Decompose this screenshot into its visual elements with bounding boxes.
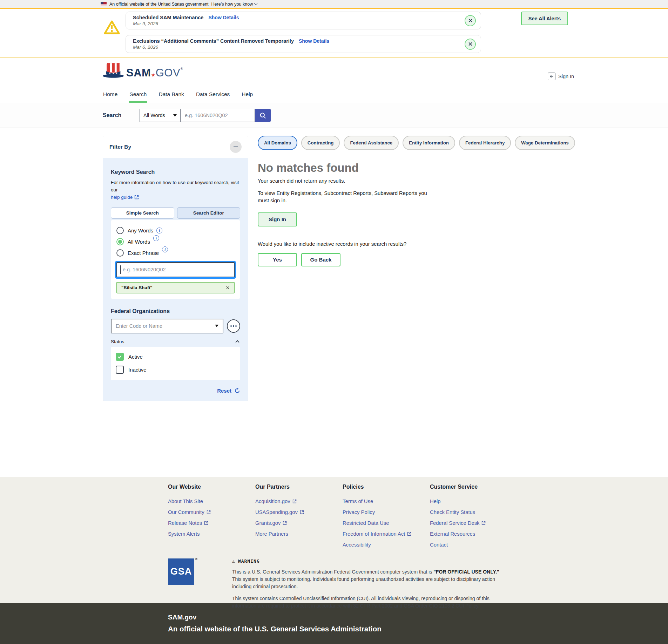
logo-wordmark: SAM★GOV®: [126, 67, 183, 78]
close-icon: [468, 42, 473, 46]
inactive-records-question: Would you like to include inactive recor…: [258, 241, 545, 247]
search-strip: Search All Words: [0, 103, 668, 128]
tab-simple-search[interactable]: Simple Search: [111, 207, 174, 219]
chip-remove-button[interactable]: [226, 286, 230, 290]
federal-org-more-button[interactable]: [227, 319, 240, 333]
filter-panel: Filter By Keyword Search For more inform…: [103, 136, 248, 401]
footer-link-restricted-data-use[interactable]: Restricted Data Use: [343, 517, 430, 528]
uncle-sam-hat-icon: [102, 62, 124, 78]
sam-gov-logo[interactable]: SAM★GOV®: [102, 62, 183, 78]
global-search-input[interactable]: [181, 109, 255, 122]
search-mode-select[interactable]: All Words: [140, 109, 181, 122]
results-area: All Domains Contracting Federal Assistan…: [258, 136, 545, 266]
external-link-icon: [292, 499, 297, 503]
nav-item-help[interactable]: Help: [241, 87, 254, 103]
close-icon: [468, 18, 473, 23]
domain-pill-all-domains[interactable]: All Domains: [258, 136, 297, 150]
sign-in-button[interactable]: Sign In: [258, 212, 297, 226]
checkbox-checked-icon[interactable]: [116, 353, 124, 361]
status-section-toggle[interactable]: Status: [111, 339, 240, 344]
alert-title: Scheduled SAM Maintenance: [133, 15, 203, 20]
footer-link-external-resources[interactable]: External Resources: [430, 528, 517, 539]
search-submit-button[interactable]: [255, 109, 271, 122]
footer-column-policies: Policies Terms of Use Privacy Policy Res…: [343, 484, 430, 550]
yes-button[interactable]: Yes: [258, 253, 297, 266]
footer-link-system-alerts[interactable]: System Alerts: [168, 528, 255, 539]
alert-date: Mar 6, 2026: [133, 45, 458, 50]
filter-panel-title: Filter By: [109, 144, 131, 150]
filter-collapse-button[interactable]: [230, 141, 242, 153]
registered-mark: ®: [181, 67, 183, 70]
info-icon[interactable]: i: [162, 246, 168, 252]
footer-link-usaspending-gov[interactable]: USASpending.gov: [255, 507, 343, 517]
radio-exact-phrase[interactable]: [116, 249, 124, 257]
gsa-logo: GSA ®: [168, 558, 194, 585]
go-back-button[interactable]: Go Back: [301, 253, 340, 266]
status-inactive-option[interactable]: Inactive: [116, 366, 235, 374]
warning-block: ⚠ WARNING This is a U.S. General Service…: [232, 558, 506, 610]
footer-link-more-partners[interactable]: More Partners: [255, 528, 343, 539]
warning-title: WARNING: [238, 558, 260, 564]
footer-link-accessibility[interactable]: Accessibility: [343, 539, 430, 550]
status-active-option[interactable]: Active: [116, 353, 235, 361]
reset-filters-link[interactable]: Reset: [217, 388, 231, 394]
tab-search-editor[interactable]: Search Editor: [177, 207, 241, 219]
nav-item-data-bank[interactable]: Data Bank: [158, 87, 184, 103]
footer-link-grants-gov[interactable]: Grants.gov: [255, 517, 343, 528]
info-icon[interactable]: i: [153, 235, 159, 241]
gov-banner-link[interactable]: Here’s how you know: [211, 2, 257, 7]
radio-any-words[interactable]: [116, 227, 124, 234]
external-link-icon: [207, 510, 211, 514]
footer-link-our-community[interactable]: Our Community: [168, 507, 255, 517]
domain-pill-entity-information[interactable]: Entity Information: [403, 136, 455, 150]
domain-pill-federal-assistance[interactable]: Federal Assistance: [344, 136, 399, 150]
info-icon[interactable]: i: [156, 228, 162, 233]
close-icon: [226, 286, 230, 290]
alert-close-button[interactable]: [465, 15, 476, 26]
external-link-icon: [481, 521, 486, 525]
footer-link-acquisition-gov[interactable]: Acquisition.gov: [255, 496, 343, 507]
footer-column-our-website: Our Website About This Site Our Communit…: [168, 484, 255, 550]
header-sign-in[interactable]: Sign In: [548, 73, 574, 80]
footer-link-check-entity-status[interactable]: Check Entity Status: [430, 507, 517, 517]
footer-link-release-notes[interactable]: Release Notes: [168, 517, 255, 528]
keyword-search-input[interactable]: [116, 262, 235, 277]
footer-link-terms-of-use[interactable]: Terms of Use: [343, 496, 430, 507]
radio-all-words[interactable]: [116, 238, 124, 245]
search-icon: [259, 112, 266, 119]
alert-show-details-link[interactable]: Show Details: [208, 15, 239, 20]
nav-item-data-services[interactable]: Data Services: [195, 87, 230, 103]
check-icon: [117, 354, 122, 359]
footer-link-foia[interactable]: Freedom of Information Act: [343, 528, 430, 539]
domain-pill-wage-determinations[interactable]: Wage Determinations: [515, 136, 575, 150]
federal-org-select[interactable]: Enter Code or Name: [111, 319, 223, 333]
select-arrow-icon: [173, 114, 177, 117]
text-cursor: [120, 265, 121, 274]
help-guide-link[interactable]: help guide: [111, 195, 139, 200]
checkbox-unchecked-icon[interactable]: [116, 366, 124, 374]
sign-in-icon: [548, 73, 555, 80]
footer-link-privacy-policy[interactable]: Privacy Policy: [343, 507, 430, 517]
keyword-search-info: For more information on how to use our k…: [111, 179, 240, 194]
footer-link-help[interactable]: Help: [430, 496, 517, 507]
nav-item-home[interactable]: Home: [102, 87, 118, 103]
domain-pill-federal-hierarchy[interactable]: Federal Hierarchy: [459, 136, 511, 150]
nav-item-search[interactable]: Search: [129, 87, 147, 103]
external-link-icon: [134, 195, 139, 199]
footer-link-about-this-site[interactable]: About This Site: [168, 496, 255, 507]
footer-link-federal-service-desk[interactable]: Federal Service Desk: [430, 517, 517, 528]
domain-pill-contracting[interactable]: Contracting: [301, 136, 340, 150]
footer-site-name: SAM.gov: [168, 614, 668, 621]
refresh-icon[interactable]: [234, 388, 240, 394]
alert-close-button[interactable]: [465, 39, 476, 50]
warning-paragraph-2: This system contains Controlled Unclassi…: [232, 595, 506, 610]
footer-link-contact[interactable]: Contact: [430, 539, 517, 550]
footer-column-heading: Our Website: [168, 484, 255, 490]
footer-column-our-partners: Our Partners Acquisition.gov USASpending…: [255, 484, 343, 550]
us-flag-icon: [101, 2, 107, 6]
keyword-search-heading: Keyword Search: [111, 169, 240, 175]
footer-column-heading: Policies: [343, 484, 430, 490]
alert-show-details-link[interactable]: Show Details: [299, 38, 329, 44]
see-all-alerts-button[interactable]: See All Alerts: [521, 12, 568, 25]
alert-title: Exclusions “Additional Comments” Content…: [133, 38, 294, 44]
